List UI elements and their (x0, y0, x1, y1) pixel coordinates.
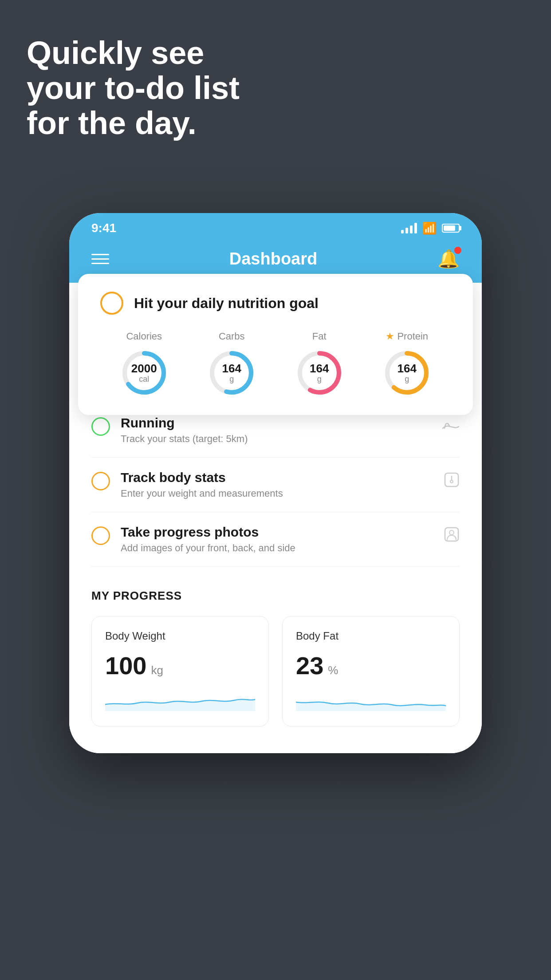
carbs-donut: 164 g (207, 348, 256, 397)
nutrition-card: Hit your daily nutrition goal Calories 2… (78, 274, 473, 415)
headline-line1: Quickly see (27, 36, 240, 71)
protein-donut: 164 g (382, 348, 431, 397)
body-fat-value-row: 23 % (296, 651, 446, 680)
nutrition-calories: Calories 2000 cal (120, 331, 169, 397)
todo-item-photos[interactable]: Take progress photos Add images of your … (91, 512, 460, 567)
todo-text-photos: Take progress photos Add images of your … (121, 525, 433, 554)
progress-title: MY PROGRESS (91, 589, 460, 603)
todo-title-body-stats: Track body stats (121, 470, 433, 485)
headline: Quickly see your to-do list for the day. (27, 36, 240, 141)
protein-label: ★ Protein (386, 331, 428, 342)
card-header: Hit your daily nutrition goal (100, 292, 451, 315)
body-weight-chart (105, 689, 255, 711)
todo-circle-body-stats (91, 472, 110, 490)
notification-badge (454, 247, 461, 254)
status-icons: 📶 (401, 221, 460, 235)
body-fat-value: 23 (296, 651, 323, 680)
nutrition-fat: Fat 164 g (295, 331, 344, 397)
task-circle-nutrition[interactable] (100, 292, 123, 315)
content-area: THINGS TO DO TODAY Hit your daily nutrit… (69, 283, 482, 567)
todo-title-photos: Take progress photos (121, 525, 433, 540)
fat-value: 164 (310, 362, 329, 375)
body-weight-card[interactable]: Body Weight 100 kg (91, 616, 269, 727)
body-weight-value-row: 100 kg (105, 651, 255, 680)
running-shoe-icon (442, 417, 460, 436)
progress-cards: Body Weight 100 kg Body Fat 23 % (91, 616, 460, 727)
todo-title-running: Running (121, 415, 431, 431)
protein-unit: g (405, 374, 409, 383)
nutrition-row: Calories 2000 cal Carbs (100, 331, 451, 397)
scale-icon (444, 472, 460, 492)
protein-value: 164 (398, 362, 417, 375)
body-weight-title: Body Weight (105, 630, 255, 642)
hamburger-menu-button[interactable] (91, 254, 109, 264)
nutrition-card-title: Hit your daily nutrition goal (134, 295, 319, 312)
todo-subtitle-body-stats: Enter your weight and measurements (121, 488, 433, 499)
body-fat-unit: % (328, 664, 338, 677)
wifi-icon: 📶 (422, 221, 437, 235)
time-display: 9:41 (91, 221, 116, 235)
notification-button[interactable]: 🔔 (437, 249, 460, 269)
body-fat-card[interactable]: Body Fat 23 % (282, 616, 460, 727)
body-weight-unit: kg (151, 664, 163, 677)
headline-line3: for the day. (27, 106, 240, 141)
fat-label: Fat (312, 331, 327, 342)
phone-mockup: 9:41 📶 Dashboard 🔔 (69, 213, 482, 753)
todo-text-running: Running Track your stats (target: 5km) (121, 415, 431, 445)
body-weight-value: 100 (105, 651, 146, 680)
fat-donut: 164 g (295, 348, 344, 397)
svg-point-10 (450, 480, 453, 483)
header-title: Dashboard (229, 249, 317, 269)
calories-unit: cal (139, 374, 149, 383)
todo-list: Running Track your stats (target: 5km) T… (91, 403, 460, 567)
carbs-label: Carbs (219, 331, 245, 342)
carbs-value: 164 (222, 362, 241, 375)
todo-item-body-stats[interactable]: Track body stats Enter your weight and m… (91, 458, 460, 512)
todo-subtitle-photos: Add images of your front, back, and side (121, 542, 433, 554)
signal-icon (401, 223, 417, 233)
svg-point-12 (449, 530, 454, 535)
body-fat-title: Body Fat (296, 630, 446, 642)
body-fat-chart (296, 689, 446, 711)
progress-section: MY PROGRESS Body Weight 100 kg Body Fat … (69, 567, 482, 753)
todo-circle-running (91, 417, 110, 436)
calories-label: Calories (126, 331, 162, 342)
todo-subtitle-running: Track your stats (target: 5km) (121, 433, 431, 445)
battery-icon (442, 224, 460, 233)
calories-donut: 2000 cal (120, 348, 169, 397)
star-icon: ★ (386, 331, 394, 342)
carbs-unit: g (229, 374, 234, 383)
calories-value: 2000 (131, 362, 157, 375)
person-icon (444, 526, 460, 546)
status-bar: 9:41 📶 (69, 213, 482, 240)
nutrition-protein: ★ Protein 164 g (382, 331, 431, 397)
nutrition-carbs: Carbs 164 g (207, 331, 256, 397)
headline-line2: your to-do list (27, 71, 240, 106)
todo-text-body-stats: Track body stats Enter your weight and m… (121, 470, 433, 499)
todo-circle-photos (91, 526, 110, 545)
fat-unit: g (317, 374, 322, 383)
